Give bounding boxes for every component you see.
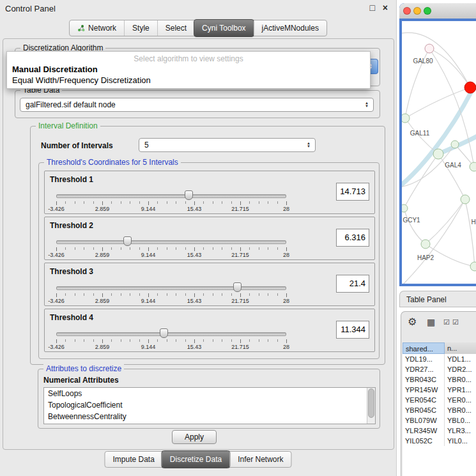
table-row[interactable]: YBL079WYBL0... — [403, 415, 476, 426]
table-cell[interactable]: YDL19... — [403, 354, 445, 364]
threshold-value-field[interactable]: 6.316 — [336, 229, 369, 247]
table-cell[interactable]: YDL1... — [445, 354, 476, 364]
network-canvas[interactable]: GAL80GAL11GAL4GCY1HAP2H — [402, 21, 476, 284]
tab-infer-network[interactable]: Infer Network — [229, 452, 291, 467]
table-cell[interactable]: YLR345W — [403, 426, 445, 436]
slider-track[interactable] — [56, 332, 286, 336]
network-edge[interactable] — [404, 208, 426, 244]
tab-discretize-data[interactable]: Discretize Data — [162, 450, 230, 468]
table-cell[interactable]: YBR0... — [445, 374, 476, 385]
tick-mark — [84, 293, 84, 296]
list-item[interactable]: BetweennessCentrality — [44, 411, 375, 422]
threshold-slider[interactable] — [56, 282, 286, 293]
network-edge[interactable] — [426, 199, 465, 244]
table-cell[interactable]: YDR27... — [403, 364, 445, 374]
table-data-combobox[interactable]: galFiltered.sif default node ▲ ▼ — [20, 98, 374, 112]
minimize-traffic-light[interactable] — [413, 7, 421, 15]
network-node[interactable] — [470, 162, 476, 171]
dropdown-option-manual-discretization[interactable]: Manual Discretization — [7, 64, 370, 75]
table-cell[interactable]: YBR045C — [403, 405, 445, 415]
table-cell[interactable]: YBL0... — [445, 415, 476, 426]
slider-thumb[interactable] — [160, 328, 168, 338]
table-cell[interactable]: YBR043C — [403, 374, 445, 385]
tick-label: 28 — [283, 252, 289, 258]
close-icon[interactable]: × — [383, 3, 388, 13]
select-none-checkbox-icon[interactable]: ☑ — [452, 318, 459, 326]
network-node[interactable] — [464, 82, 476, 93]
apply-button[interactable]: Apply — [172, 430, 217, 444]
table-cell[interactable]: YER0... — [445, 395, 476, 405]
float-window-icon[interactable]: □ — [370, 3, 375, 13]
threshold-slider[interactable] — [56, 236, 286, 247]
column-header-shared-name[interactable]: shared... — [403, 342, 445, 354]
gear-icon[interactable]: ⚙ — [408, 316, 417, 328]
slider-track[interactable] — [56, 286, 286, 290]
column-header-name[interactable]: n... — [445, 342, 476, 354]
network-edge[interactable] — [429, 49, 470, 88]
tab-network[interactable]: Network — [70, 20, 124, 36]
table-row[interactable]: YIL052CYIL0... — [403, 436, 476, 446]
tab-cyni-toolbox[interactable]: Cyni Toolbox — [194, 19, 254, 37]
table-cell[interactable]: YIL052C — [403, 436, 445, 446]
table-cell[interactable]: YLR3... — [445, 426, 476, 436]
tick-mark — [194, 339, 195, 343]
tick-label: 28 — [283, 206, 289, 212]
table-row[interactable]: YER054CYER0... — [403, 395, 476, 405]
network-node[interactable] — [451, 141, 459, 148]
numerical-attributes-list[interactable]: SelfLoopsTopologicalCoefficientBetweenne… — [43, 387, 376, 424]
network-window-titlebar[interactable] — [399, 3, 476, 19]
table-cell[interactable]: YER054C — [403, 395, 445, 405]
table-cell[interactable]: YIL0... — [445, 436, 476, 446]
network-node[interactable] — [461, 195, 470, 204]
network-node[interactable] — [433, 149, 443, 159]
table-cell[interactable]: YPR145W — [403, 385, 445, 395]
columns-icon[interactable]: ▦ — [427, 317, 435, 327]
tab-select[interactable]: Select — [157, 20, 194, 36]
threshold-value-field[interactable]: 14.713 — [336, 183, 369, 201]
threshold-value-field[interactable]: 11.344 — [336, 321, 369, 339]
list-item[interactable]: TopologicalCoefficient — [44, 399, 375, 411]
network-node[interactable] — [470, 262, 476, 271]
slider-track[interactable] — [56, 194, 286, 198]
table-cell[interactable]: YBR0... — [445, 405, 476, 415]
table-cell[interactable]: YDR2... — [445, 364, 476, 374]
select-all-checkbox-icon[interactable]: ☑ — [443, 318, 450, 326]
table-row[interactable]: YLR345WYLR3... — [403, 426, 476, 436]
network-node[interactable] — [425, 44, 434, 53]
table-row[interactable]: YPR145WYPR1... — [403, 385, 476, 395]
slider-thumb[interactable] — [233, 282, 242, 292]
threshold-slider[interactable] — [56, 328, 286, 339]
tab-jactivemodules[interactable]: jActiveMNodules — [254, 20, 326, 36]
scrollbar-thumb[interactable] — [368, 388, 374, 418]
slider-thumb[interactable] — [185, 190, 193, 200]
scrollbar[interactable] — [367, 388, 375, 424]
table-row[interactable]: YDR27...YDR2... — [403, 364, 476, 374]
slider-thumb[interactable] — [123, 236, 132, 246]
network-graph[interactable]: GAL80GAL11GAL4GCY1HAP2H — [402, 21, 476, 284]
tab-style[interactable]: Style — [124, 20, 157, 36]
threshold-value-field[interactable]: 21.4 — [336, 275, 369, 293]
network-edge-thick[interactable] — [402, 91, 472, 188]
network-edge[interactable] — [465, 199, 475, 266]
network-edge[interactable] — [402, 33, 470, 88]
table-row[interactable]: YBR043CYBR0... — [403, 374, 476, 385]
list-item[interactable]: SelfLoops — [44, 388, 375, 399]
close-traffic-light[interactable] — [403, 7, 411, 15]
threshold-slider[interactable] — [56, 190, 286, 201]
tick-mark — [240, 339, 241, 343]
tick-mark — [222, 293, 222, 296]
table-cell[interactable]: YPR1... — [445, 385, 476, 395]
tick-label: 21.715 — [231, 298, 249, 304]
table-row[interactable]: YDL19...YDL1... — [403, 354, 476, 364]
network-node[interactable] — [402, 114, 410, 123]
network-node[interactable] — [421, 240, 430, 249]
dropdown-option-equal-width-frequency[interactable]: Equal Width/Frequency Discretization — [7, 75, 370, 86]
table-cell[interactable]: YBL079W — [403, 415, 445, 426]
zoom-traffic-light[interactable] — [424, 7, 431, 15]
table-row[interactable]: YBR045CYBR0... — [403, 405, 476, 415]
slider-track[interactable] — [56, 240, 286, 244]
num-intervals-spinner[interactable]: 5 ▲ ▼ — [139, 138, 316, 152]
network-node[interactable] — [402, 204, 408, 212]
tab-impute-data[interactable]: Impute Data — [105, 452, 162, 467]
tick-mark — [194, 293, 195, 297]
